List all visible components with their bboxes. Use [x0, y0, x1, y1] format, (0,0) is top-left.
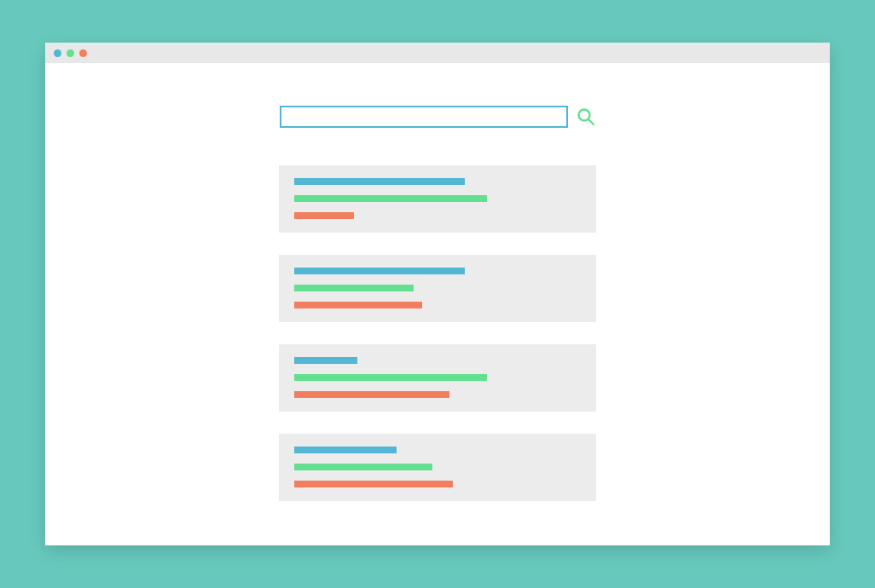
result-subtitle-bar: [294, 464, 432, 470]
search-icon[interactable]: [577, 107, 595, 126]
minimize-window-button[interactable]: [67, 49, 74, 57]
search-result[interactable]: [279, 344, 596, 412]
result-subtitle-bar: [294, 195, 487, 202]
result-description-bar: [294, 391, 449, 398]
search-result[interactable]: [279, 165, 596, 233]
svg-line-1: [588, 119, 594, 124]
zoom-window-button[interactable]: [79, 49, 87, 57]
search-result[interactable]: [279, 255, 596, 322]
search-results-list: [279, 165, 596, 501]
page-content: [45, 63, 830, 545]
result-title-bar: [294, 268, 465, 274]
result-title-bar: [294, 447, 397, 453]
search-input[interactable]: [280, 106, 568, 128]
window-titlebar: [45, 43, 830, 63]
result-title-bar: [294, 178, 465, 185]
result-title-bar: [294, 357, 357, 364]
result-description-bar: [294, 212, 354, 219]
close-window-button[interactable]: [54, 49, 61, 57]
browser-window: [45, 43, 830, 545]
result-subtitle-bar: [294, 374, 487, 381]
result-subtitle-bar: [294, 285, 414, 291]
search-result[interactable]: [279, 434, 596, 501]
search-bar: [280, 106, 595, 128]
result-description-bar: [294, 302, 422, 308]
result-description-bar: [294, 481, 453, 487]
